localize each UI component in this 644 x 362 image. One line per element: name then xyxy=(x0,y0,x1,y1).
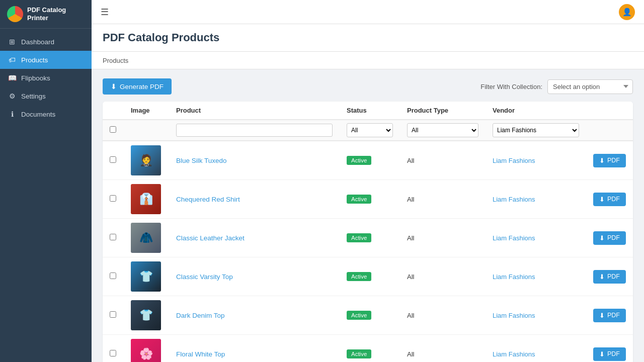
row-image-cell-2: 🧥 xyxy=(124,219,169,257)
pdf-label-0: PDF xyxy=(607,157,620,164)
row-checkbox-cell-0 xyxy=(103,141,124,180)
sidebar-logo: PDF Catalog Printer xyxy=(0,0,92,29)
pdf-button-0[interactable]: ⬇ PDF xyxy=(593,154,626,167)
pdf-button-4[interactable]: ⬇ PDF xyxy=(593,309,626,322)
row-checkbox-1[interactable] xyxy=(110,195,116,202)
download-icon: ⬇ xyxy=(111,82,117,90)
filter-type-cell: All xyxy=(400,120,486,141)
row-product-cell-3: Classic Varsity Top xyxy=(169,257,340,296)
product-thumbnail-3: 👕 xyxy=(131,261,161,292)
sidebar-item-label: Settings xyxy=(21,93,46,100)
app-name: PDF Catalog Printer xyxy=(27,6,85,22)
content-area: ⬇ Generate PDF Filter With Collection: S… xyxy=(92,69,644,362)
sidebar-item-settings[interactable]: ⚙ Settings xyxy=(0,87,92,105)
filter-vendor-cell: Liam Fashions xyxy=(486,120,586,141)
row-image-cell-3: 👕 xyxy=(124,257,169,296)
sidebar-item-documents[interactable]: ℹ Documents xyxy=(0,105,92,123)
row-checkbox-3[interactable] xyxy=(110,273,116,279)
pdf-label-5: PDF xyxy=(607,350,620,357)
sidebar-item-label: Documents xyxy=(21,111,55,118)
row-checkbox-cell-4 xyxy=(103,296,124,335)
row-checkbox-5[interactable] xyxy=(110,350,116,356)
filter-status-cell: All xyxy=(340,120,400,141)
pdf-download-icon-0: ⬇ xyxy=(599,157,605,164)
page-title: PDF Catalog Products xyxy=(103,31,633,44)
product-thumbnail-1: 👔 xyxy=(131,184,161,214)
table-header-row: Image Product Status Product Type Vendor xyxy=(103,102,633,120)
sidebar-item-dashboard[interactable]: ⊞ Dashboard xyxy=(0,33,92,51)
vendor-link-5[interactable]: Liam Fashions xyxy=(493,350,535,358)
sidebar-item-flipbooks[interactable]: 📖 Flipbooks xyxy=(0,69,92,87)
user-avatar[interactable]: 👤 xyxy=(619,4,635,20)
vendor-link-3[interactable]: Liam Fashions xyxy=(493,273,535,281)
row-vendor-cell-2: Liam Fashions xyxy=(486,219,586,257)
table-row: 🧥 Classic Leather Jacket Active All Liam… xyxy=(103,219,633,257)
sidebar-nav: ⊞ Dashboard 🏷 Products 📖 Flipbooks ⚙ Set… xyxy=(0,29,92,127)
product-link-0[interactable]: Blue Silk Tuxedo xyxy=(176,157,227,164)
vendor-filter-select[interactable]: Liam Fashions xyxy=(493,123,579,137)
pdf-button-5[interactable]: ⬇ PDF xyxy=(593,347,626,361)
pdf-button-1[interactable]: ⬇ PDF xyxy=(593,193,626,206)
row-status-cell-5: Active xyxy=(340,335,400,363)
pdf-label-3: PDF xyxy=(607,273,620,280)
product-link-1[interactable]: Chequered Red Shirt xyxy=(176,196,240,203)
hamburger-icon[interactable]: ☰ xyxy=(101,7,109,18)
vendor-link-0[interactable]: Liam Fashions xyxy=(493,157,535,164)
status-badge-0: Active xyxy=(347,156,371,165)
vendor-link-2[interactable]: Liam Fashions xyxy=(493,234,535,242)
sidebar-item-products[interactable]: 🏷 Products xyxy=(0,51,92,69)
row-product-cell-4: Dark Denim Top xyxy=(169,296,340,335)
sidebar-item-label: Flipbooks xyxy=(21,74,50,82)
product-link-3[interactable]: Classic Varsity Top xyxy=(176,273,233,281)
th-vendor: Vendor xyxy=(486,102,586,120)
th-action xyxy=(586,102,633,120)
product-link-5[interactable]: Floral White Top xyxy=(176,350,225,358)
row-status-cell-4: Active xyxy=(340,296,400,335)
vendor-link-4[interactable]: Liam Fashions xyxy=(493,312,535,319)
row-image-cell-1: 👔 xyxy=(124,180,169,219)
breadcrumb: Products xyxy=(103,57,128,64)
topbar-right: 👤 xyxy=(619,4,635,20)
table-row: 👔 Chequered Red Shirt Active All Liam Fa… xyxy=(103,180,633,219)
page-header: PDF Catalog Products xyxy=(92,24,644,52)
row-image-cell-5: 🌸 xyxy=(124,335,169,363)
select-all-checkbox[interactable] xyxy=(110,126,116,133)
row-checkbox-4[interactable] xyxy=(110,311,116,318)
row-type-cell-1: All xyxy=(400,180,486,219)
vendor-link-1[interactable]: Liam Fashions xyxy=(493,196,535,203)
filter-image-cell xyxy=(124,120,169,141)
filter-collection-row: Filter With Collection: Select an option xyxy=(480,79,633,94)
row-status-cell-1: Active xyxy=(340,180,400,219)
toolbar: ⬇ Generate PDF Filter With Collection: S… xyxy=(103,78,633,95)
row-action-cell-5: ⬇ PDF xyxy=(586,335,633,363)
row-action-cell-3: ⬇ PDF xyxy=(586,257,633,296)
row-checkbox-2[interactable] xyxy=(110,234,116,240)
product-link-4[interactable]: Dark Denim Top xyxy=(176,312,225,319)
status-badge-2: Active xyxy=(347,233,371,242)
th-status: Status xyxy=(340,102,400,120)
row-checkbox-cell-5 xyxy=(103,335,124,363)
pdf-button-2[interactable]: ⬇ PDF xyxy=(593,231,626,245)
generate-pdf-button[interactable]: ⬇ Generate PDF xyxy=(103,78,172,95)
filter-collection-select[interactable]: Select an option xyxy=(547,79,633,94)
products-table: Image Product Status Product Type Vendor xyxy=(103,102,633,362)
row-status-cell-3: Active xyxy=(340,257,400,296)
filter-action-cell xyxy=(586,120,633,141)
row-type-cell-0: All xyxy=(400,141,486,180)
row-product-cell-5: Floral White Top xyxy=(169,335,340,363)
table-filter-row: All All Liam Fashions xyxy=(103,120,633,141)
row-action-cell-0: ⬇ PDF xyxy=(586,141,633,180)
row-action-cell-2: ⬇ PDF xyxy=(586,219,633,257)
row-action-cell-1: ⬇ PDF xyxy=(586,180,633,219)
type-filter-select[interactable]: All xyxy=(407,123,478,137)
row-checkbox-0[interactable] xyxy=(110,156,116,163)
pdf-download-icon-2: ⬇ xyxy=(599,234,605,242)
product-filter-input[interactable] xyxy=(176,124,333,137)
filter-product-cell xyxy=(169,120,340,141)
documents-icon: ℹ xyxy=(8,110,16,118)
row-product-cell-0: Blue Silk Tuxedo xyxy=(169,141,340,180)
pdf-button-3[interactable]: ⬇ PDF xyxy=(593,270,626,284)
row-checkbox-cell-2 xyxy=(103,219,124,257)
product-link-2[interactable]: Classic Leather Jacket xyxy=(176,234,245,242)
status-filter-select[interactable]: All xyxy=(347,123,393,137)
